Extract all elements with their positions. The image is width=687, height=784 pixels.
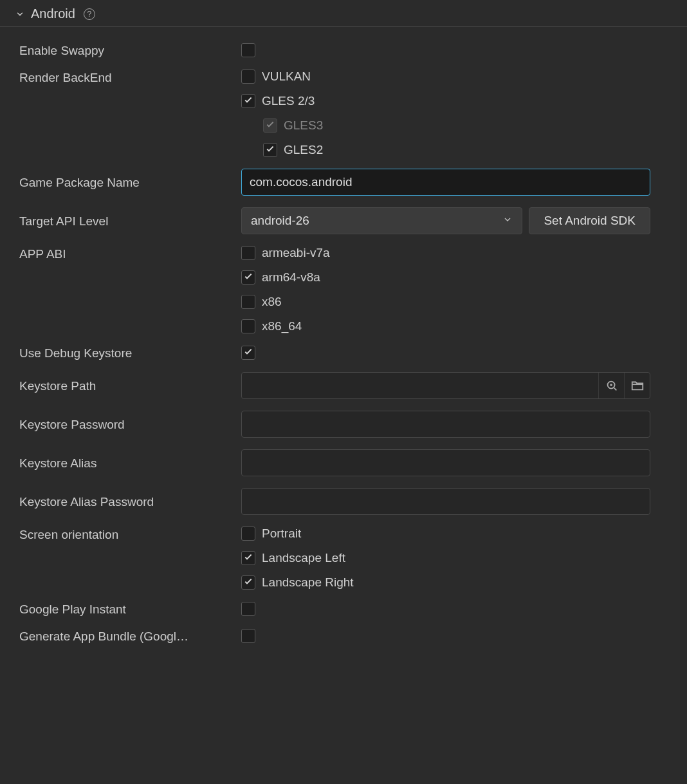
keystore-path-input[interactable] <box>242 373 598 398</box>
arm64-v8a-checkbox[interactable] <box>241 270 255 285</box>
keystore-path-label: Keystore Path <box>19 378 241 393</box>
armeabi-v7a-checkbox[interactable] <box>241 246 255 260</box>
locate-icon[interactable] <box>598 373 624 398</box>
app-abi-label: APP ABI <box>19 246 241 261</box>
render-backend-label: Render BackEnd <box>19 70 241 85</box>
chevron-down-icon <box>502 214 513 228</box>
x86-64-option: x86_64 <box>262 319 302 333</box>
x86-checkbox[interactable] <box>241 295 255 309</box>
gles3-option: GLES3 <box>284 118 323 133</box>
target-api-select[interactable]: android-26 <box>241 207 522 234</box>
generate-app-bundle-label: Generate App Bundle (Googl… <box>19 628 241 644</box>
orientation-label: Screen orientation <box>19 527 241 542</box>
gles23-option: GLES 2/3 <box>262 94 315 108</box>
portrait-option: Portrait <box>262 527 301 541</box>
keystore-alias-input[interactable] <box>241 449 650 476</box>
vulkan-checkbox[interactable] <box>241 70 255 84</box>
landscape-right-option: Landscape Right <box>262 575 354 590</box>
package-name-label: Game Package Name <box>19 174 241 190</box>
keystore-alias-password-input[interactable] <box>241 488 650 515</box>
keystore-alias-label: Keystore Alias <box>19 455 241 471</box>
enable-swappy-label: Enable Swappy <box>19 42 241 58</box>
keystore-password-label: Keystore Password <box>19 416 241 432</box>
gles2-option: GLES2 <box>284 143 323 157</box>
target-api-label: Target API Level <box>19 213 241 229</box>
section-header[interactable]: Android ? <box>0 0 687 27</box>
gles2-checkbox[interactable] <box>263 143 277 157</box>
landscape-left-checkbox[interactable] <box>241 551 255 565</box>
gles3-checkbox <box>263 118 277 133</box>
svg-point-1 <box>610 384 612 386</box>
armeabi-v7a-option: armeabi-v7a <box>262 246 330 260</box>
arm64-v8a-option: arm64-v8a <box>262 270 320 285</box>
folder-icon[interactable] <box>624 373 650 398</box>
target-api-value: android-26 <box>251 214 309 228</box>
x86-64-checkbox[interactable] <box>241 319 255 333</box>
google-play-instant-checkbox[interactable] <box>241 602 255 616</box>
gles23-checkbox[interactable] <box>241 94 255 108</box>
enable-swappy-checkbox[interactable] <box>241 43 255 57</box>
debug-keystore-checkbox[interactable] <box>241 346 255 360</box>
landscape-left-option: Landscape Left <box>262 551 345 565</box>
help-icon[interactable]: ? <box>84 8 95 20</box>
keystore-alias-password-label: Keystore Alias Password <box>19 494 241 509</box>
chevron-down-icon <box>15 10 24 19</box>
vulkan-option: VULKAN <box>262 70 311 84</box>
keystore-password-input[interactable] <box>241 411 650 438</box>
package-name-input[interactable] <box>241 169 650 196</box>
portrait-checkbox[interactable] <box>241 527 255 541</box>
landscape-right-checkbox[interactable] <box>241 575 255 590</box>
x86-option: x86 <box>262 295 282 309</box>
section-title: Android <box>31 6 75 21</box>
google-play-instant-label: Google Play Instant <box>19 601 241 617</box>
generate-app-bundle-checkbox[interactable] <box>241 629 255 643</box>
set-android-sdk-button[interactable]: Set Android SDK <box>529 207 650 234</box>
debug-keystore-label: Use Debug Keystore <box>19 345 241 360</box>
keystore-path-field <box>241 372 650 399</box>
